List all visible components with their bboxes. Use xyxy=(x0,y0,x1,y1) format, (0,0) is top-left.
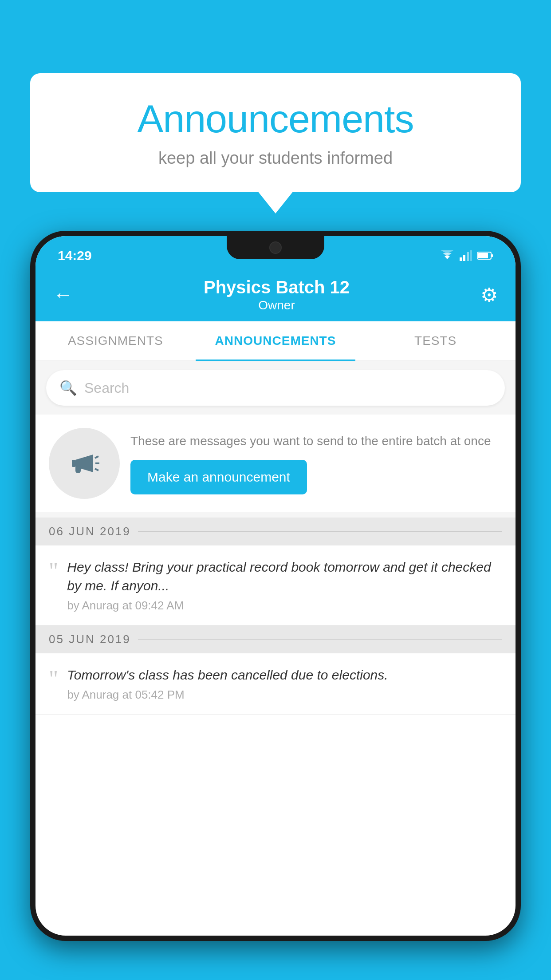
status-time: 14:29 xyxy=(58,248,92,263)
date-label-2: 05 JUN 2019 xyxy=(49,632,131,646)
date-separator-line-1 xyxy=(138,531,502,532)
promo-right: These are messages you want to send to t… xyxy=(130,432,502,494)
speech-bubble: Announcements keep all your students inf… xyxy=(30,73,521,192)
svg-marker-0 xyxy=(445,256,450,259)
bubble-subtitle: keep all your students informed xyxy=(57,149,494,168)
back-button[interactable]: ← xyxy=(53,284,73,306)
svg-line-11 xyxy=(95,456,98,458)
svg-rect-3 xyxy=(460,257,462,261)
announcement-text-1: Hey class! Bring your practical record b… xyxy=(67,558,502,595)
date-label-1: 06 JUN 2019 xyxy=(49,525,131,538)
search-placeholder: Search xyxy=(84,380,129,396)
announcement-item-1[interactable]: " Hey class! Bring your practical record… xyxy=(35,545,516,625)
search-icon: 🔍 xyxy=(59,379,77,396)
announcement-meta-1: by Anurag at 09:42 AM xyxy=(67,599,502,612)
svg-rect-10 xyxy=(72,460,75,467)
quote-icon-1: " xyxy=(49,560,58,612)
app-bar-title: Physics Batch 12 xyxy=(73,277,480,297)
search-bar[interactable]: 🔍 Search xyxy=(46,370,505,406)
quote-icon-2: " xyxy=(49,668,58,702)
promo-description: These are messages you want to send to t… xyxy=(130,432,502,450)
svg-rect-9 xyxy=(478,253,488,258)
settings-icon[interactable]: ⚙ xyxy=(480,284,498,306)
svg-marker-2 xyxy=(441,250,453,254)
announcement-content-2: Tomorrow's class has been cancelled due … xyxy=(67,666,388,702)
date-separator-2: 05 JUN 2019 xyxy=(35,625,516,653)
wifi-icon xyxy=(440,250,454,261)
speech-bubble-container: Announcements keep all your students inf… xyxy=(30,73,521,192)
status-icons xyxy=(440,250,493,261)
phone-camera xyxy=(269,241,282,254)
svg-rect-5 xyxy=(467,252,469,261)
tabs-bar: ASSIGNMENTS ANNOUNCEMENTS TESTS xyxy=(35,321,516,361)
phone-outer: 14:29 xyxy=(30,231,521,941)
promo-card: These are messages you want to send to t… xyxy=(35,415,516,512)
make-announcement-button[interactable]: Make an announcement xyxy=(130,460,307,494)
announcement-meta-2: by Anurag at 05:42 PM xyxy=(67,688,388,702)
tab-assignments[interactable]: ASSIGNMENTS xyxy=(35,321,196,360)
announcement-content-1: Hey class! Bring your practical record b… xyxy=(67,558,502,612)
tab-announcements[interactable]: ANNOUNCEMENTS xyxy=(196,321,356,360)
phone-frame: 14:29 xyxy=(30,231,521,980)
svg-rect-6 xyxy=(470,250,472,261)
app-bar-subtitle: Owner xyxy=(73,298,480,312)
app-bar-title-group: Physics Batch 12 Owner xyxy=(73,277,480,312)
bubble-title: Announcements xyxy=(57,98,494,141)
megaphone-icon xyxy=(67,446,102,481)
date-separator-line-2 xyxy=(138,639,502,640)
date-separator-1: 06 JUN 2019 xyxy=(35,518,516,545)
content-area: 🔍 Search xyxy=(35,361,516,715)
signal-icon xyxy=(460,250,472,261)
tab-tests[interactable]: TESTS xyxy=(355,321,516,360)
app-bar: ← Physics Batch 12 Owner ⚙ xyxy=(35,268,516,321)
svg-rect-8 xyxy=(492,254,493,257)
announcement-item-2[interactable]: " Tomorrow's class has been cancelled du… xyxy=(35,653,516,715)
announcement-text-2: Tomorrow's class has been cancelled due … xyxy=(67,666,388,684)
svg-line-13 xyxy=(95,469,98,470)
battery-icon xyxy=(477,251,493,260)
phone-notch xyxy=(227,236,324,259)
phone-screen: 14:29 xyxy=(35,236,516,936)
announcement-icon-circle xyxy=(49,428,120,499)
svg-rect-4 xyxy=(463,255,465,261)
